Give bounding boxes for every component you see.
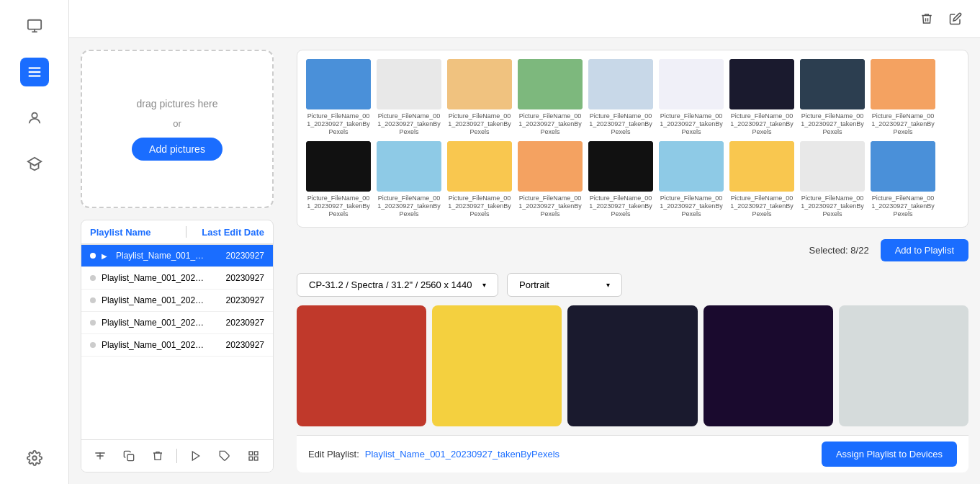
image-item[interactable]: Picture_FileName_001_20230927_takenByPex… (588, 141, 653, 218)
image-item[interactable]: Picture_FileName_001_20230927_takenByPex… (306, 141, 371, 218)
image-thumbnail (306, 141, 371, 192)
playlist-item[interactable]: Playlist_Name_001_20230927_takenByPexels… (81, 334, 273, 357)
playlist-list-header: Playlist Name Last Edit Date (81, 220, 273, 245)
edit-bar: Edit Playlist: Playlist_Name_001_2023092… (297, 435, 968, 472)
top-bar (69, 0, 980, 38)
tag-icon[interactable] (215, 446, 235, 466)
image-item[interactable]: Picture_FileName_001_20230927_takenByPex… (659, 59, 724, 135)
image-item[interactable]: Picture_FileName_001_20230927_takenByPex… (800, 59, 865, 135)
sidebar-settings-icon[interactable] (20, 444, 49, 472)
image-label: Picture_FileName_001_20230927_takenByPex… (729, 194, 794, 218)
svg-rect-20 (377, 59, 441, 109)
playlist-item[interactable]: Playlist_Name_001_20230927_takenByPexels… (81, 267, 273, 290)
playlist-dot (90, 342, 96, 348)
editor-image[interactable] (703, 305, 833, 426)
image-item[interactable]: Picture_FileName_001_20230927_takenByPex… (377, 59, 441, 135)
editor-controls: CP-31.2 / Spectra / 31.2" / 2560 x 1440 … (297, 273, 968, 297)
sidebar-list-icon[interactable] (20, 58, 49, 86)
delete-icon[interactable] (917, 9, 937, 29)
playlist-item-date: 20230927 (214, 251, 264, 261)
svg-rect-28 (306, 141, 371, 192)
image-item[interactable]: Picture_FileName_001_20230927_takenByPex… (729, 59, 794, 135)
drag-drop-area[interactable]: drag pictures here or Add pictures (81, 50, 274, 208)
editor-image[interactable] (839, 305, 968, 426)
sidebar-user-icon[interactable] (20, 104, 49, 133)
editor-image[interactable] (297, 305, 426, 426)
sidebar-monitor-icon[interactable] (20, 12, 49, 40)
sidebar-graduation-icon[interactable] (20, 150, 49, 179)
playlist-item[interactable]: Playlist_Name_001_20230927_takenByPexels… (81, 312, 273, 334)
image-label: Picture_FileName_001_20230927_takenByPex… (306, 112, 371, 135)
image-thumbnail (729, 141, 794, 192)
device-dropdown[interactable]: CP-31.2 / Spectra / 31.2" / 2560 x 1440 … (297, 273, 498, 297)
image-label: Picture_FileName_001_20230927_takenByPex… (588, 194, 653, 218)
image-thumbnail (800, 59, 865, 109)
editor-image[interactable] (567, 305, 697, 426)
editor-image[interactable] (432, 305, 562, 426)
image-label: Picture_FileName_001_20230927_takenByPex… (729, 112, 794, 135)
svg-rect-36 (871, 141, 935, 192)
playlist-item-name: Playlist_Name_001_20230927_takenByPexels (102, 318, 208, 328)
svg-rect-0 (27, 20, 40, 30)
playlist-item-date: 20230927 (214, 340, 264, 350)
image-item[interactable]: Picture_FileName_001_20230927_takenByPex… (306, 59, 371, 135)
image-grid: Picture_FileName_001_20230927_takenByPex… (306, 59, 959, 218)
svg-point-8 (32, 456, 37, 460)
svg-rect-18 (249, 457, 253, 460)
image-item[interactable]: Picture_FileName_001_20230927_takenByPex… (659, 141, 724, 218)
svg-rect-12 (127, 454, 134, 461)
image-thumbnail (447, 141, 512, 192)
svg-rect-23 (588, 59, 653, 109)
image-thumbnail (659, 141, 724, 192)
play-icon[interactable] (186, 446, 206, 466)
add-to-playlist-button[interactable]: Add to Playlist (881, 239, 968, 261)
image-label: Picture_FileName_001_20230927_takenByPex… (447, 194, 512, 218)
left-panel: drag pictures here or Add pictures Playl… (69, 38, 285, 484)
copy-icon[interactable] (119, 446, 139, 466)
bottom-toolbar (81, 439, 273, 472)
add-pictures-button[interactable]: Add pictures (132, 138, 222, 161)
svg-point-6 (32, 113, 37, 118)
device-dropdown-value: CP-31.2 / Spectra / 31.2" / 2560 x 1440 (309, 279, 472, 290)
image-label: Picture_FileName_001_20230927_takenByPex… (871, 194, 935, 218)
image-label: Picture_FileName_001_20230927_takenByPex… (377, 194, 441, 218)
svg-rect-29 (377, 141, 441, 192)
main-content: drag pictures here or Add pictures Playl… (69, 0, 980, 484)
playlist-item-date: 20230927 (214, 295, 264, 305)
image-picker-grid: Picture_FileName_001_20230927_takenByPex… (297, 50, 968, 228)
image-item[interactable]: Picture_FileName_001_20230927_takenByPex… (871, 141, 935, 218)
image-item[interactable]: Picture_FileName_001_20230927_takenByPex… (800, 141, 865, 218)
image-thumbnail (306, 59, 371, 109)
image-thumbnail (588, 141, 653, 192)
svg-rect-30 (447, 141, 512, 192)
playlist-list-section: Playlist Name Last Edit Date ▶ Playlist_… (81, 220, 274, 472)
image-thumbnail (377, 141, 441, 192)
image-item[interactable]: Picture_FileName_001_20230927_takenByPex… (871, 59, 935, 135)
edit-playlist-name: Playlist_Name_001_20230927_takenByPexels (365, 449, 559, 460)
image-label: Picture_FileName_001_20230927_takenByPex… (800, 194, 865, 218)
playlist-item[interactable]: Playlist_Name_001_20230927_takenByPexels… (81, 290, 273, 312)
layout-icon[interactable] (243, 446, 264, 466)
image-item[interactable]: Picture_FileName_001_20230927_takenByPex… (447, 141, 512, 218)
image-label: Picture_FileName_001_20230927_takenByPex… (588, 112, 653, 135)
playlist-item-name: Playlist_Name_001_20230927_takenByPexels (102, 273, 208, 283)
image-item[interactable]: Picture_FileName_001_20230927_takenByPex… (729, 141, 794, 218)
image-item[interactable]: Picture_FileName_001_20230927_takenByPex… (588, 59, 653, 135)
orientation-dropdown[interactable]: Portrait ▾ (507, 273, 622, 297)
image-label: Picture_FileName_001_20230927_takenByPex… (659, 194, 724, 218)
content-area: drag pictures here or Add pictures Playl… (69, 38, 980, 484)
add-playlist-icon[interactable] (90, 446, 110, 466)
sidebar (0, 0, 69, 484)
image-item[interactable]: Picture_FileName_001_20230927_takenByPex… (447, 59, 512, 135)
assign-playlist-button[interactable]: Assign Playlist to Devices (822, 442, 957, 467)
playlist-dot (90, 297, 96, 303)
image-item[interactable]: Picture_FileName_001_20230927_takenByPex… (518, 59, 583, 135)
image-item[interactable]: Picture_FileName_001_20230927_takenByPex… (518, 141, 583, 218)
svg-rect-26 (800, 59, 865, 109)
image-item[interactable]: Picture_FileName_001_20230927_takenByPex… (377, 141, 441, 218)
edit-icon[interactable] (945, 9, 966, 29)
delete-playlist-icon[interactable] (148, 446, 168, 466)
svg-rect-27 (871, 59, 935, 109)
playlist-item[interactable]: ▶ Playlist_Name_001_20230927_takenByPexe… (81, 245, 273, 267)
playlist-item-name: Playlist_Name_001_20230927_takenByPexels (102, 295, 208, 305)
